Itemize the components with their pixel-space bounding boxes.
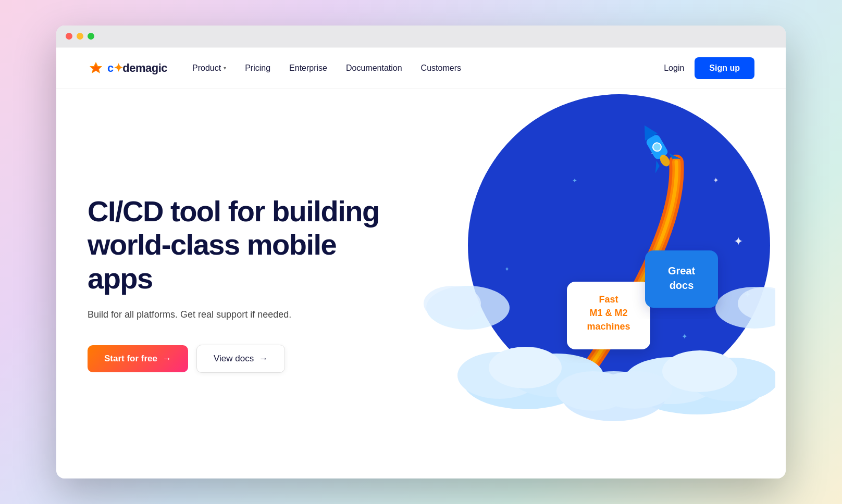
svg-text:✦: ✦ <box>504 266 510 273</box>
svg-text:✦: ✦ <box>572 177 577 184</box>
hero-illustration: ✦ ✦ ✦ ✦ ✦ ✦ ✦ <box>421 89 775 443</box>
svg-point-19 <box>489 347 562 388</box>
logo-icon <box>88 60 104 77</box>
nav-item-customers[interactable]: Customers <box>421 64 461 73</box>
browser-content: c✦demagic Product ▾ Pricing Enterprise D… <box>56 47 786 478</box>
hero-content-left: CI/CD tool for building world-class mobi… <box>88 195 379 373</box>
product-chevron-icon: ▾ <box>224 65 226 71</box>
logo-text: c✦demagic <box>107 61 167 75</box>
hero-title: CI/CD tool for building world-class mobi… <box>88 195 379 295</box>
svg-text:Great: Great <box>668 265 696 276</box>
browser-chrome <box>56 26 786 47</box>
nav-links: Product ▾ Pricing Enterprise Documentati… <box>192 64 664 73</box>
svg-text:machines: machines <box>587 321 630 332</box>
traffic-light-close[interactable] <box>66 33 72 40</box>
login-button[interactable]: Login <box>664 64 684 73</box>
navbar: c✦demagic Product ▾ Pricing Enterprise D… <box>56 47 786 89</box>
svg-text:Fast: Fast <box>599 294 618 305</box>
svg-rect-35 <box>645 250 718 308</box>
hero-subtitle: Build for all platforms. Get real suppor… <box>88 308 379 322</box>
traffic-light-minimize[interactable] <box>77 33 83 40</box>
svg-text:✦: ✦ <box>713 176 719 184</box>
arrow-icon-primary: → <box>163 354 171 364</box>
nav-item-pricing[interactable]: Pricing <box>245 64 270 73</box>
view-docs-button[interactable]: View docs → <box>196 345 285 373</box>
svg-text:✦: ✦ <box>734 235 743 248</box>
traffic-light-maximize[interactable] <box>88 33 94 40</box>
start-for-free-button[interactable]: Start for free → <box>88 345 188 372</box>
hero-section: CI/CD tool for building world-class mobi… <box>56 89 786 478</box>
svg-point-23 <box>662 350 737 392</box>
svg-text:M1 & M2: M1 & M2 <box>589 308 627 318</box>
svg-point-28 <box>424 286 481 321</box>
svg-text:docs: docs <box>670 280 694 291</box>
browser-window: c✦demagic Product ▾ Pricing Enterprise D… <box>56 26 786 478</box>
arrow-icon-secondary: → <box>259 354 268 364</box>
nav-actions: Login Sign up <box>664 57 754 79</box>
signup-button[interactable]: Sign up <box>695 57 754 79</box>
svg-point-26 <box>597 371 672 409</box>
logo[interactable]: c✦demagic <box>88 60 167 77</box>
hero-buttons: Start for free → View docs → <box>88 345 379 373</box>
svg-text:✦: ✦ <box>682 332 688 341</box>
nav-item-product[interactable]: Product ▾ <box>192 64 226 73</box>
nav-item-enterprise[interactable]: Enterprise <box>289 64 327 73</box>
nav-item-documentation[interactable]: Documentation <box>346 64 402 73</box>
